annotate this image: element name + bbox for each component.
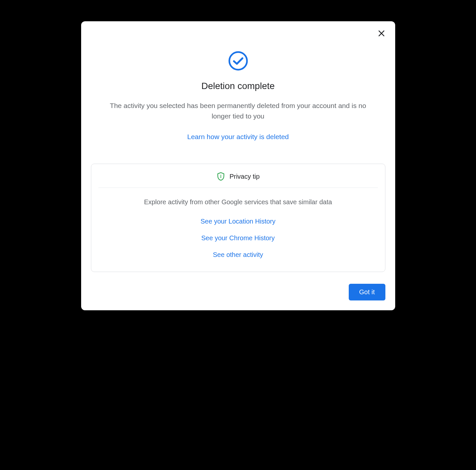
tip-title: Privacy tip	[229, 173, 259, 180]
location-history-link[interactable]: See your Location History	[201, 218, 275, 225]
tip-description: Explore activity from other Google servi…	[101, 198, 375, 206]
dialog-description: The activity you selected has been perma…	[91, 100, 385, 121]
tip-links: See your Location History See your Chrom…	[101, 218, 375, 259]
dialog-footer: Got it	[91, 284, 385, 300]
privacy-tip-card: Privacy tip Explore activity from other …	[91, 164, 385, 272]
svg-point-2	[229, 52, 247, 70]
got-it-button[interactable]: Got it	[349, 284, 385, 300]
checkmark-circle-icon	[228, 51, 248, 71]
shield-icon	[216, 172, 225, 181]
chrome-history-link[interactable]: See your Chrome History	[201, 234, 275, 242]
dialog-header: Deletion complete The activity you selec…	[91, 28, 385, 141]
learn-more-link[interactable]: Learn how your activity is deleted	[187, 133, 289, 141]
dialog-title: Deletion complete	[91, 81, 385, 91]
svg-rect-4	[220, 176, 221, 178]
tip-header: Privacy tip	[98, 164, 378, 188]
tip-body: Explore activity from other Google servi…	[91, 188, 385, 272]
deletion-complete-dialog: Deletion complete The activity you selec…	[81, 21, 395, 310]
svg-point-3	[220, 175, 221, 176]
close-icon	[377, 29, 386, 39]
close-button[interactable]	[375, 27, 388, 40]
other-activity-link[interactable]: See other activity	[213, 251, 263, 259]
